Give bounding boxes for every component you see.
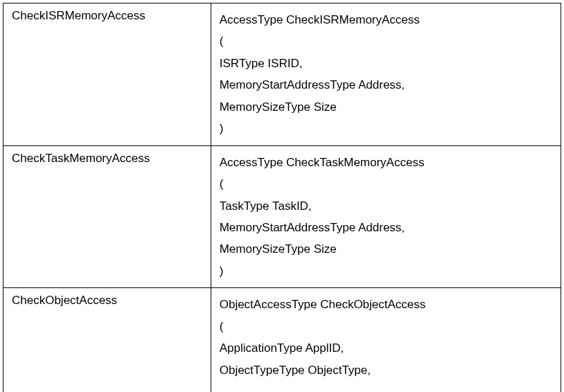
api-name-cell: CheckTaskMemoryAccess [3, 145, 211, 288]
api-name: CheckISRMemoryAccess [12, 9, 146, 22]
signature-line: … [220, 381, 552, 392]
api-signature-cell: AccessType CheckTaskMemoryAccess ( TaskT… [211, 145, 561, 288]
signature-line: ( [220, 30, 552, 52]
signature-line: AccessType CheckTaskMemoryAccess [220, 152, 552, 173]
signature-line: AccessType CheckISRMemoryAccess [220, 9, 552, 30]
table-row: CheckTaskMemoryAccess AccessType CheckTa… [3, 145, 561, 288]
signature-line: ( [220, 173, 552, 195]
signature-line: MemorySizeType Size [220, 96, 552, 118]
signature-line: MemoryStartAddressType Address, [220, 217, 552, 238]
signature-line: ISRType ISRID, [220, 53, 552, 74]
api-table: CheckISRMemoryAccess AccessType CheckISR… [3, 3, 561, 392]
table-row: CheckISRMemoryAccess AccessType CheckISR… [3, 3, 561, 146]
signature-line: TaskType TaskID, [220, 195, 552, 217]
signature-line: ApplicationType ApplID, [220, 337, 552, 359]
signature-line: ObjectAccessType CheckObjectAccess [220, 294, 552, 315]
api-name-cell: CheckISRMemoryAccess [3, 3, 211, 146]
signature-line: ( [220, 316, 552, 337]
signature-line: ObjectTypeType ObjectType, [220, 359, 552, 381]
api-name-cell: CheckObjectAccess [3, 288, 211, 392]
signature-line: MemoryStartAddressType Address, [220, 74, 552, 96]
api-signature-cell: ObjectAccessType CheckObjectAccess ( App… [211, 288, 561, 392]
signature-line: ) [220, 260, 552, 282]
api-table-body: CheckISRMemoryAccess AccessType CheckISR… [3, 3, 561, 393]
table-row: CheckObjectAccess ObjectAccessType Check… [3, 288, 561, 392]
api-name: CheckTaskMemoryAccess [12, 152, 150, 165]
signature-line: MemorySizeType Size [220, 238, 552, 260]
api-signature-cell: AccessType CheckISRMemoryAccess ( ISRTyp… [211, 3, 561, 146]
signature-line: ) [220, 118, 552, 139]
api-name: CheckObjectAccess [12, 294, 117, 307]
